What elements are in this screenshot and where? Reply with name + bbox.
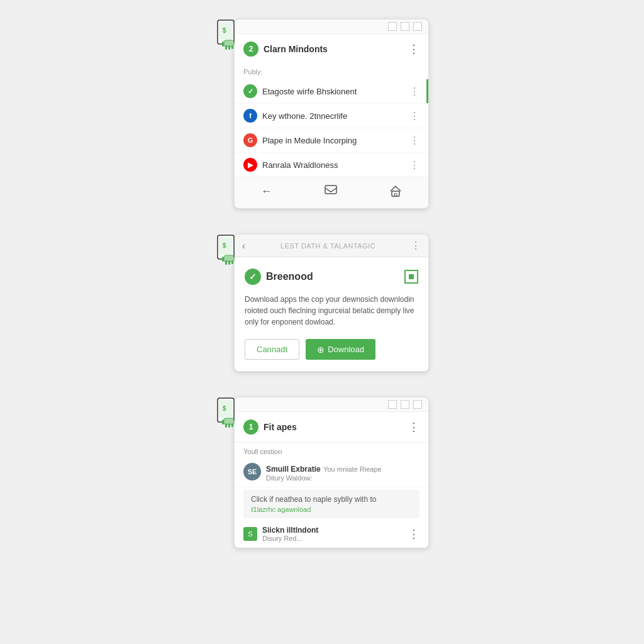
svg-rect-5 <box>228 45 230 50</box>
notif-subtitle: Disury Red... <box>262 535 403 542</box>
dialog-app-icon: ✓ <box>245 269 261 285</box>
minimize-btn-1[interactable] <box>401 22 409 31</box>
panel-1-section-label: Publy: <box>235 64 428 79</box>
download-icon: ⊕ <box>317 345 325 355</box>
svg-rect-16 <box>225 260 227 265</box>
svg-rect-27 <box>231 423 233 427</box>
panel-3-wrapper: $ 1 Fit apes ⋮ Youll cestion SE Smuill E… <box>215 397 429 548</box>
panel-2-wrapper: $ ‹ LEST DATH & TALANTAGIC ⋮ ✓ Breenood … <box>215 234 429 372</box>
app-name-3: Ranrala Wraldloness <box>262 160 404 170</box>
app-name-1: Key wthone. 2tnnecrlife <box>262 111 404 121</box>
panel-3-badge: 1 <box>243 419 258 435</box>
close-btn-1[interactable] <box>413 22 422 31</box>
panel-3: 1 Fit apes ⋮ Youll cestion SE Smuill Exb… <box>234 397 429 548</box>
dialog-back-btn[interactable]: ‹ <box>242 240 245 252</box>
app-item-2[interactable]: G Plape in Medule Incorping ⋮ <box>235 128 428 153</box>
svg-rect-7 <box>222 42 224 47</box>
panel-1-wrapper: $ 2 Clarn Mindonts ⋮ Publy: ✓ Etagoste w… <box>215 19 429 209</box>
app-more-3[interactable]: ⋮ <box>409 159 419 171</box>
app-icon-3: ▶ <box>243 158 257 172</box>
app-more-1[interactable]: ⋮ <box>409 110 419 122</box>
link-block-text: Click if neathea to naple syblly with to <box>251 495 412 504</box>
download-button[interactable]: ⊕ Download <box>306 339 375 360</box>
app-name-2: Plape in Medule Incorping <box>262 136 404 145</box>
svg-rect-26 <box>228 423 230 428</box>
active-bar-0 <box>426 79 428 103</box>
cancel-button[interactable]: Cannadt <box>245 339 299 360</box>
svg-text:$: $ <box>223 242 226 249</box>
device-icon-1: $ <box>215 19 240 50</box>
dialog-title: LEST DATH & TALANTAGIC <box>250 242 406 250</box>
download-label: Download <box>328 345 364 354</box>
svg-rect-4 <box>225 45 227 50</box>
app-item-0[interactable]: ✓ Etagoste wirfe Bhskionent ⋮ <box>235 79 428 104</box>
dialog-body: ✓ Breenood Download apps the cop your de… <box>235 257 428 371</box>
app-item-3[interactable]: ▶ Ranrala Wraldloness ⋮ <box>235 153 428 177</box>
activity-name: Smuill Exbratie You mniate Rieape <box>266 463 419 474</box>
inbox-nav-icon[interactable] <box>318 184 343 202</box>
panel-1-nav: ← <box>235 177 428 208</box>
svg-rect-25 <box>225 423 227 428</box>
panel-2: ‹ LEST DATH & TALANTAGIC ⋮ ✓ Breenood Do… <box>234 234 429 372</box>
minimize-btn-3[interactable] <box>401 400 409 409</box>
dialog-app-row: ✓ Breenood <box>245 269 418 285</box>
app-list-1: ✓ Etagoste wirfe Bhskionent ⋮ f Key wtho… <box>235 79 428 177</box>
activity-name-text: Smuill Exbratie <box>266 465 321 474</box>
svg-rect-18 <box>231 260 233 264</box>
notif-more-icon[interactable]: ⋮ <box>408 527 419 541</box>
activity-avatar: SE <box>243 463 261 480</box>
back-nav-icon[interactable]: ← <box>255 184 279 202</box>
restore-btn-1[interactable] <box>388 22 397 31</box>
device-icon-3: $ <box>215 397 240 428</box>
panel-3-section-label: Youll cestion <box>235 443 428 458</box>
activity-content: Smuill Exbratie You mniate Rieape Ditury… <box>266 463 419 482</box>
panel-1-header-left: 2 Clarn Mindonts <box>243 42 328 57</box>
panel-1: 2 Clarn Mindonts ⋮ Publy: ✓ Etagoste wir… <box>234 19 429 209</box>
panel-3-header: 1 Fit apes ⋮ <box>235 412 428 443</box>
app-item-1[interactable]: f Key wthone. 2tnnecrlife ⋮ <box>235 104 428 128</box>
header-badge-1: 2 <box>243 42 258 57</box>
svg-text:$: $ <box>223 27 226 34</box>
panel-3-title: Fit apes <box>264 422 297 432</box>
link-block-url[interactable]: ℓ1lazrhc agawnload <box>251 506 412 513</box>
panel-3-header-left: 1 Fit apes <box>243 419 297 435</box>
app-icon-2: G <box>243 133 257 147</box>
app-more-2[interactable]: ⋮ <box>409 135 419 147</box>
activity-subtitle: You mniate Rieape <box>323 465 382 473</box>
device-icon-2: $ <box>215 234 240 265</box>
link-block[interactable]: Click if neathea to naple syblly with to… <box>243 490 419 518</box>
home-nav-icon[interactable] <box>383 184 408 202</box>
window-controls-3 <box>235 397 428 412</box>
dialog-app-left: ✓ Breenood <box>245 269 313 285</box>
panel-3-more-icon[interactable]: ⋮ <box>408 420 419 434</box>
svg-rect-19 <box>222 257 224 262</box>
window-controls-1 <box>235 19 428 34</box>
notification-item[interactable]: S Siickn illtlndont Disury Red... ⋮ <box>235 521 428 548</box>
stop-inner <box>409 274 414 279</box>
app-more-0[interactable]: ⋮ <box>409 86 419 97</box>
panel-1-title: Clarn Mindonts <box>264 44 328 54</box>
dialog-more-icon[interactable]: ⋮ <box>411 240 421 252</box>
dialog-app-name: Breenood <box>266 271 313 282</box>
notif-text: Siickn illtlndont Disury Red... <box>262 526 403 542</box>
svg-rect-28 <box>222 419 224 425</box>
svg-rect-17 <box>228 260 230 265</box>
panel-1-more-icon[interactable]: ⋮ <box>408 42 419 56</box>
panel-1-header: 2 Clarn Mindonts ⋮ <box>235 34 428 64</box>
notif-title: Siickn illtlndont <box>262 526 403 535</box>
dialog-actions: Cannadt ⊕ Download <box>245 339 418 360</box>
svg-text:$: $ <box>223 405 226 412</box>
svg-rect-6 <box>231 45 233 49</box>
app-name-0: Etagoste wirfe Bhskionent <box>262 87 404 96</box>
stop-icon[interactable] <box>404 270 418 284</box>
activity-item[interactable]: SE Smuill Exbratie You mniate Rieape Dit… <box>235 458 428 487</box>
restore-btn-3[interactable] <box>388 400 397 409</box>
close-btn-3[interactable] <box>413 400 422 409</box>
activity-sub2: Ditury Waldow: <box>266 474 419 482</box>
dialog-header: ‹ LEST DATH & TALANTAGIC ⋮ <box>235 235 428 257</box>
dialog-description: Download apps the cop your dewnosich dow… <box>245 294 418 328</box>
app-icon-0: ✓ <box>243 84 257 98</box>
notif-icon: S <box>243 527 257 541</box>
app-icon-1: f <box>243 109 257 123</box>
